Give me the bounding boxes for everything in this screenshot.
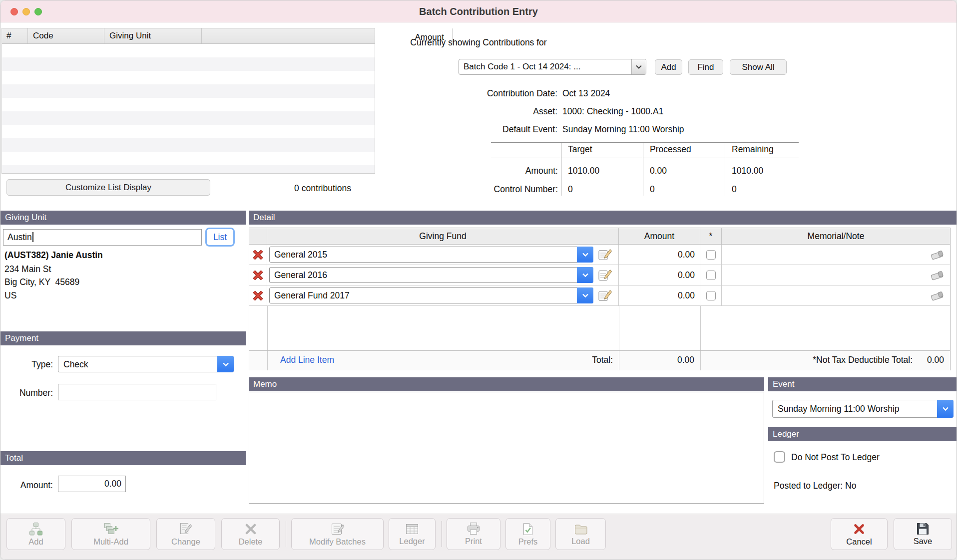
contributions-table-body[interactable] — [2, 44, 375, 173]
check-number-input[interactable] — [58, 384, 216, 400]
giving-fund-value: General 2015 — [274, 250, 573, 260]
ledger-section-header: Ledger — [768, 427, 957, 441]
not-tax-deductible-checkbox[interactable] — [706, 250, 716, 260]
show-all-button[interactable]: Show All — [730, 59, 787, 75]
detail-table-footer: Add Line Item Total: 0.00 *Not Tax Deduc… — [249, 350, 950, 370]
column-header-number[interactable]: # — [2, 28, 28, 43]
memorial-note-cell[interactable] — [722, 245, 950, 265]
asset-value: 1000: Checking - 1000.A1 — [562, 106, 663, 117]
close-button[interactable] — [10, 8, 18, 15]
summary-control-label: Control Number: — [491, 184, 558, 195]
edit-fund-button[interactable] — [598, 289, 612, 302]
posted-to-ledger-text: Posted to Ledger: No — [774, 481, 856, 491]
fund-cell: General Fund 2017 — [267, 285, 619, 305]
chevron-down-icon — [577, 247, 593, 263]
chevron-down-icon — [577, 267, 593, 283]
column-header-giving-fund: Giving Fund — [267, 228, 619, 244]
summary-border — [561, 142, 561, 196]
memo-section-header: Memo — [249, 377, 764, 391]
giving-fund-select[interactable]: General Fund 2017 — [269, 287, 593, 303]
delete-row-button[interactable] — [249, 285, 267, 305]
save-button[interactable]: Save — [894, 518, 952, 550]
button-label: Print — [465, 537, 482, 546]
edit-fund-button[interactable] — [598, 248, 612, 262]
event-select[interactable]: Sunday Morning 11:00 Worship — [772, 400, 954, 418]
memo-textarea[interactable] — [249, 392, 764, 504]
detail-total-label: Total: — [592, 355, 613, 365]
contributions-count: 0 contributions — [270, 183, 375, 194]
prefs-button[interactable]: Prefs — [505, 518, 550, 550]
delete-row-button[interactable] — [249, 245, 267, 265]
print-button[interactable]: Print — [447, 518, 500, 550]
summary-border — [491, 158, 799, 158]
detail-section-header: Detail — [249, 211, 957, 225]
toolbar-separator — [286, 521, 286, 547]
zoom-button[interactable] — [34, 8, 42, 15]
find-batch-button[interactable]: Find — [688, 59, 723, 75]
memo-stamp-button[interactable] — [930, 290, 944, 301]
contribution-date-value: Oct 13 2024 — [562, 88, 610, 99]
column-header-blank — [202, 28, 375, 43]
button-label: Delete — [239, 537, 263, 547]
batch-select[interactable]: Batch Code 1 - Oct 14 2024: ... — [459, 59, 646, 75]
add-line-item-link[interactable]: Add Line Item — [280, 355, 334, 365]
text-caret — [32, 232, 33, 242]
summary-column-remaining: Remaining — [732, 144, 774, 155]
not-tax-deductible-total-label: *Not Tax Deductible Total: — [813, 355, 913, 365]
memorial-note-cell[interactable] — [722, 265, 950, 285]
cancel-button[interactable]: Cancel — [831, 518, 888, 550]
add-button[interactable]: Add — [6, 518, 65, 550]
delete-button[interactable]: Delete — [221, 518, 280, 550]
total-amount-input[interactable] — [58, 476, 126, 492]
add-batch-button[interactable]: Add — [655, 59, 682, 75]
button-label: Save — [914, 537, 933, 546]
not-tax-deductible-checkbox[interactable] — [706, 271, 716, 280]
save-icon — [916, 522, 930, 536]
do-not-post-to-ledger-checkbox[interactable] — [774, 451, 785, 463]
giving-fund-value: General Fund 2017 — [274, 290, 573, 301]
memo-stamp-button[interactable] — [930, 270, 944, 280]
contribution-date-label: Contribution Date: — [369, 88, 557, 99]
giving-fund-select[interactable]: General 2015 — [269, 247, 593, 263]
amount-cell[interactable]: 0.00 — [619, 265, 700, 285]
giving-fund-select[interactable]: General 2016 — [269, 267, 593, 283]
memorial-note-cell[interactable] — [722, 285, 950, 305]
summary-control-target: 0 — [568, 184, 573, 195]
column-header-giving-unit[interactable]: Giving Unit — [104, 28, 202, 43]
button-label: Cancel — [846, 537, 872, 547]
fund-cell: General 2015 — [267, 245, 619, 265]
ledger-button[interactable]: Ledger — [389, 518, 436, 550]
detail-row: General Fund 2017 0.00 — [249, 285, 950, 306]
edit-icon — [598, 289, 612, 302]
modify-batches-button[interactable]: Modify Batches — [291, 518, 384, 550]
load-button[interactable]: Load — [555, 518, 606, 550]
total-section-header: Total — [0, 451, 246, 465]
titlebar: Batch Contribution Entry — [0, 0, 957, 22]
list-button[interactable]: List — [205, 228, 235, 247]
star-cell — [700, 245, 722, 265]
chevron-down-icon — [937, 400, 954, 418]
batch-select-value: Batch Code 1 - Oct 14 2024: ... — [464, 62, 629, 72]
summary-control-processed: 0 — [650, 184, 655, 195]
customize-list-display-button[interactable]: Customize List Display — [6, 179, 210, 196]
detail-table: Giving Fund Amount * Memorial/Note Gener… — [249, 228, 951, 370]
minimize-button[interactable] — [22, 8, 30, 15]
giving-unit-search-value: Austin — [7, 232, 32, 242]
change-button[interactable]: Change — [156, 518, 215, 550]
default-event-label: Default Event: — [369, 124, 557, 135]
memo-stamp-button[interactable] — [930, 249, 944, 260]
amount-cell[interactable]: 0.00 — [619, 245, 700, 265]
toolbar: Add Multi-Add Change Delete Modify Batch… — [0, 514, 957, 560]
giving-unit-search-input[interactable]: Austin — [3, 229, 202, 246]
edit-fund-button[interactable] — [598, 269, 612, 282]
button-label: Modify Batches — [309, 537, 366, 547]
button-label: Ledger — [399, 537, 425, 546]
payment-type-select[interactable]: Check — [58, 356, 234, 372]
check-number-label: Number: — [0, 388, 53, 398]
summary-amount-target: 1010.00 — [568, 166, 599, 176]
amount-cell[interactable]: 0.00 — [619, 285, 700, 305]
multi-add-button[interactable]: Multi-Add — [71, 518, 150, 550]
not-tax-deductible-checkbox[interactable] — [706, 291, 716, 300]
column-header-code[interactable]: Code — [28, 28, 104, 43]
delete-row-button[interactable] — [249, 265, 267, 285]
